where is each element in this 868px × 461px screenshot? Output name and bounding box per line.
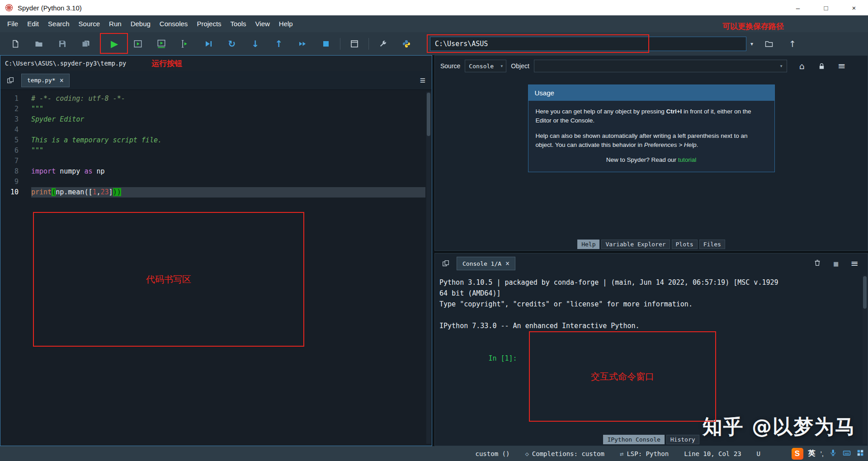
lock-button[interactable] [814,59,830,73]
editor-scrollbar-thumb[interactable] [427,93,430,136]
new-file-icon [11,39,20,48]
ime-punctuation-icon[interactable]: ’, [821,450,824,457]
run-selection-button[interactable] [173,34,197,54]
pane-tab-help[interactable]: Help [577,240,599,249]
status-icon: ◇ [525,450,528,457]
console-line: IPython 7.33.0 -- An enhanced Interactiv… [439,320,863,331]
console-options-button[interactable]: ≡ [850,258,859,269]
breadcrumb: C:\Users\ASUS\.spyder-py3\temp.py [5,60,126,67]
usage-title: Usage [528,85,774,101]
console-tab[interactable]: Console 1/A × [457,257,515,270]
editor-gutter: 12345678910 [0,94,25,446]
menu-item-search[interactable]: Search [43,15,74,32]
interrupt-kernel-icon[interactable]: ■ [833,260,839,267]
toolbar: ▶ ↻ ↓ ↑ [0,32,868,55]
run-cell-button[interactable] [126,34,150,54]
status-lsp-python: ⇄LSP: Python [620,450,669,457]
console-line: Type "copyright", "credits" or "license"… [439,299,863,310]
source-select[interactable]: Console ▾ [465,60,506,72]
chevron-down-icon: ▾ [494,63,503,69]
preferences-button[interactable] [371,34,395,54]
menu-item-source[interactable]: Source [74,15,105,32]
home-button[interactable]: ⌂ [794,59,810,73]
console-scrollbar-thumb[interactable] [863,276,867,309]
editor-scrollbar[interactable] [426,92,431,444]
debug-file-icon [204,39,213,48]
code-line: print(np.mean([1,23])) [31,187,425,198]
console-line [439,331,863,342]
tutorial-link[interactable]: tutorial [678,156,697,163]
working-directory-input[interactable] [430,37,746,51]
debug-file-button[interactable] [197,34,220,54]
code-area[interactable]: 12345678910 # -*- coding: utf-8 -*-"""Sp… [0,90,432,446]
fast-forward-icon [298,39,307,48]
debug-continue-button[interactable]: ↻ [220,34,244,54]
open-file-button[interactable] [27,34,51,54]
ime-language-indicator[interactable]: 英 [808,449,816,458]
lock-icon [818,62,826,70]
step-into-button[interactable]: ↓ [244,34,267,54]
menu-item-help[interactable]: Help [274,15,297,32]
clear-console-button[interactable] [813,259,821,268]
browse-tabs-button[interactable] [439,257,452,270]
save-button[interactable] [51,34,74,54]
virtual-keyboard-button[interactable] [842,448,851,459]
run-button[interactable]: ▶ [103,34,126,54]
grid-icon [856,449,864,457]
pane-tab-plots[interactable]: Plots [672,240,698,249]
pane-tab-history[interactable]: History [666,435,699,444]
pane-tab-variable-explorer[interactable]: Variable Explorer [601,240,670,249]
menu-item-tools[interactable]: Tools [226,15,251,32]
code-line: import numpy as np [31,166,432,177]
save-all-button[interactable] [74,34,98,54]
ime-toolbox-button[interactable] [856,449,864,459]
parent-directory-button[interactable]: ↑ [781,34,804,54]
code-line: This is a temporary script file. [31,135,432,146]
browse-tabs-button[interactable] [4,74,17,87]
run-selection-icon [180,39,190,49]
usage-paragraph-1: Here you can get help of any object by p… [536,107,767,126]
mic-icon [829,448,837,457]
path-dropdown-button[interactable]: ▾ [746,34,757,54]
python-path-button[interactable] [395,34,418,54]
menu-item-run[interactable]: Run [104,15,126,32]
main-area: C:\Users\ASUS\.spyder-py3\temp.py 运行按钮 t… [0,55,868,446]
minimize-button[interactable]: – [784,0,812,15]
close-icon[interactable]: × [60,76,64,85]
close-button[interactable]: × [840,0,868,15]
fast-forward-button[interactable] [291,34,314,54]
help-tabs: HelpVariable ExplorerPlotsFiles [435,240,868,249]
editor-options-button[interactable]: ≡ [420,75,428,86]
maximize-pane-button[interactable] [343,34,366,54]
run-button-wrap: ▶ [103,34,126,54]
step-return-button[interactable]: ↑ [267,34,291,54]
path-wrap [430,37,746,51]
close-icon[interactable]: × [505,259,509,268]
mic-button[interactable] [829,448,837,459]
maximize-pane-icon [350,39,359,48]
pane-tab-ipython-console[interactable]: IPython Console [603,435,664,444]
line-number: 8 [0,166,19,177]
menu-item-file[interactable]: File [3,15,23,32]
help-options-button[interactable]: ≡ [834,59,849,73]
run-cell-advance-button[interactable] [150,34,173,54]
menu-item-debug[interactable]: Debug [126,15,155,32]
editor-tab-temp-py[interactable]: temp.py* × [21,74,70,87]
console-scrollbar[interactable] [863,275,867,444]
sogou-icon[interactable]: S [792,448,803,460]
new-file-button[interactable] [4,34,27,54]
editor-tabbar: temp.py* × ≡ [0,71,432,90]
menu-item-view[interactable]: View [251,15,274,32]
maximize-button[interactable]: □ [812,0,840,15]
line-number: 3 [0,114,19,125]
menu-item-edit[interactable]: Edit [23,15,43,32]
object-combobox[interactable]: ▾ [534,60,787,72]
pane-tab-files[interactable]: Files [699,240,725,249]
browse-directory-button[interactable] [757,34,781,54]
ipython-prompt: In [1]: [488,354,517,362]
menu-item-projects[interactable]: Projects [192,15,226,32]
menu-item-consoles[interactable]: Consoles [155,15,193,32]
help-toolbar: Source Console ▾ Object ▾ ⌂ [435,56,868,76]
right-column: Source Console ▾ Object ▾ ⌂ [434,55,868,446]
stop-button[interactable] [314,34,338,54]
